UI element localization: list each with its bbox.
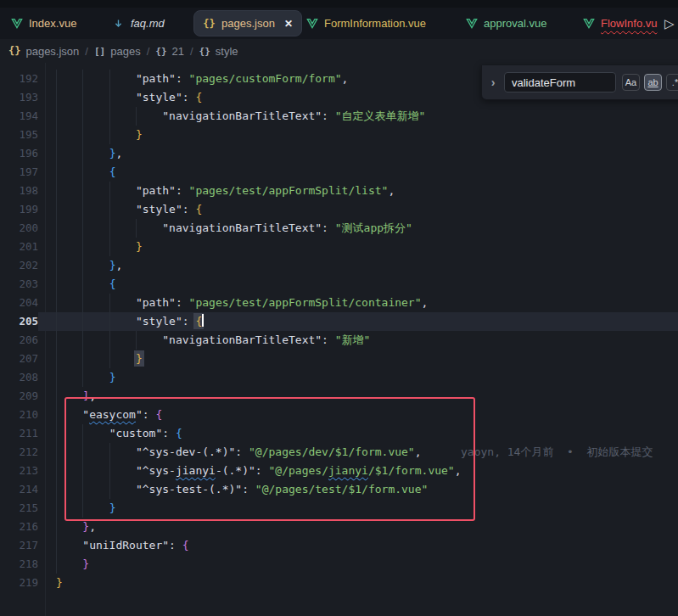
breadcrumb: {}pages.json/[]pages/{}21/{}style (0, 39, 678, 63)
indent-guide (82, 256, 83, 275)
code-line-215[interactable]: 215} (0, 499, 678, 518)
token: } (136, 128, 143, 141)
code-line-207[interactable]: 207} (0, 350, 678, 368)
code-line-213[interactable]: 213"^sys-jianyi-(.*)": "@/pages/jianyi/$… (0, 462, 678, 480)
indent-guide (109, 443, 110, 462)
code-line-205[interactable]: 205"style": { (0, 312, 678, 331)
tab-faq-md[interactable]: faq.md (112, 8, 165, 39)
tab-label: FlowInfo.vu (601, 17, 657, 30)
code-text: } (136, 126, 143, 144)
code-line-194[interactable]: 194"navigationBarTitleText": "自定义表单新增" (0, 107, 678, 126)
editor-tab-bar: ▷ Index.vuefaq.md{}pages.json✕FormInform… (0, 8, 678, 39)
token: "custom" (109, 427, 163, 440)
indent-guide (109, 462, 110, 480)
code-line-197[interactable]: 197{ (0, 163, 678, 182)
token: { (195, 203, 202, 216)
markdown-icon (112, 17, 125, 30)
code-editor[interactable]: 192"path": "pages/customForm/form",193"s… (0, 63, 678, 616)
token: "@/pages/test/$1/form.vue" (255, 483, 429, 496)
line-number: 193 (0, 88, 38, 107)
indent-guide (109, 312, 110, 331)
breadcrumb-item-21[interactable]: {}21 (155, 45, 184, 58)
tab-index-vue[interactable]: Index.vue (10, 8, 76, 39)
code-text: { (109, 275, 116, 294)
indent-guide (109, 219, 110, 238)
indent-guide (56, 480, 57, 499)
code-line-210[interactable]: 210"easycom": { (0, 406, 678, 424)
indent-guide (56, 518, 57, 536)
breadcrumb-item-pages-json[interactable]: {}pages.json (8, 45, 79, 58)
run-icon[interactable]: ▷ (664, 8, 675, 39)
code-line-204[interactable]: 204"path": "pages/test/appFormSplit/cont… (0, 294, 678, 312)
code-line-208[interactable]: 208} (0, 368, 678, 387)
code-line-219[interactable]: 219} (0, 574, 678, 592)
token: : (143, 408, 156, 421)
symbol-array-icon: [] (94, 46, 105, 57)
code-line-198[interactable]: 198"path": "pages/test/appFormSplit/list… (0, 182, 678, 200)
line-number: 212 (0, 443, 38, 462)
indent-guide (56, 331, 57, 350)
indent-guide (109, 182, 110, 200)
line-number: 206 (0, 331, 38, 350)
token: "path" (136, 296, 176, 309)
breadcrumb-label: 21 (172, 45, 184, 58)
breadcrumb-item-pages[interactable]: []pages (94, 45, 141, 58)
code-line-195[interactable]: 195} (0, 126, 678, 144)
token: } (82, 557, 89, 570)
indent-guide (56, 312, 57, 331)
indent-guide (109, 70, 110, 88)
code-line-212[interactable]: 212"^sys-dev-(.*)": "@/pages/dev/$1/form… (0, 443, 678, 462)
code-text: "^sys-jianyi-(.*)": "@/pages/jianyi/$1/f… (136, 462, 462, 480)
code-line-216[interactable]: 216}, (0, 518, 678, 536)
indent-guide (56, 462, 57, 480)
code-line-218[interactable]: 218} (0, 555, 678, 574)
token: "pages/test/appFormSplit/container" (189, 296, 422, 309)
find-expand-chevron-icon[interactable]: › (482, 76, 504, 89)
token: "自定义表单新增" (335, 109, 426, 122)
indent-guide (56, 88, 57, 107)
find-match-case-toggle[interactable]: Aa (622, 74, 640, 91)
find-regex-toggle[interactable]: .* (666, 74, 678, 91)
token: jianyi (176, 464, 216, 477)
indent-guide (82, 368, 83, 387)
token: "navigationBarTitleText" (162, 333, 322, 346)
vue-icon (582, 17, 595, 30)
find-input[interactable] (504, 72, 616, 92)
token: , (89, 389, 96, 402)
token: { (195, 315, 202, 328)
code-line-211[interactable]: 211"custom": { (0, 424, 678, 443)
token: : (176, 296, 189, 309)
code-line-201[interactable]: 201} (0, 238, 678, 256)
code-line-199[interactable]: 199"style": { (0, 200, 678, 219)
code-line-196[interactable]: 196}, (0, 144, 678, 163)
code-line-203[interactable]: 203{ (0, 275, 678, 294)
code-line-217[interactable]: 217"uniIdRouter": { (0, 536, 678, 555)
code-line-200[interactable]: 200"navigationBarTitleText": "测试app拆分" (0, 219, 678, 238)
tab-forminformation-vue[interactable]: FormInformation.vue (305, 8, 426, 39)
code-line-209[interactable]: 209], (0, 387, 678, 406)
tab-pages-json[interactable]: {}pages.json✕ (193, 10, 302, 36)
code-text: "path": "pages/test/appFormSplit/contain… (136, 294, 428, 312)
tab-approval-vue[interactable]: approval.vue (465, 8, 546, 39)
code-lines: 192"path": "pages/customForm/form",193"s… (0, 70, 678, 592)
tab-label: faq.md (131, 17, 165, 30)
code-line-202[interactable]: 202}, (0, 256, 678, 275)
tab-flowinfo-vu[interactable]: FlowInfo.vu (582, 8, 657, 39)
indent-guide (82, 499, 83, 518)
code-line-214[interactable]: 214"^sys-test-(.*)": "@/pages/test/$1/fo… (0, 480, 678, 499)
token: : (322, 109, 335, 122)
code-text: } (82, 555, 89, 574)
token: : (322, 333, 335, 346)
indent-guide (82, 424, 83, 443)
git-blame-annotation: yaoyn, 14个月前 • 初始版本提交 (461, 443, 653, 462)
indent-guide (82, 238, 83, 256)
token: } (109, 371, 116, 384)
indent-guide (82, 182, 83, 200)
line-number: 207 (0, 350, 38, 368)
code-line-206[interactable]: 206"navigationBarTitleText": "新增" (0, 331, 678, 350)
close-icon[interactable]: ✕ (284, 18, 293, 30)
find-whole-word-toggle[interactable]: ab (644, 74, 662, 91)
indent-guide (109, 238, 110, 256)
breadcrumb-item-style[interactable]: {}style (199, 45, 238, 58)
indent-guide (82, 144, 83, 163)
